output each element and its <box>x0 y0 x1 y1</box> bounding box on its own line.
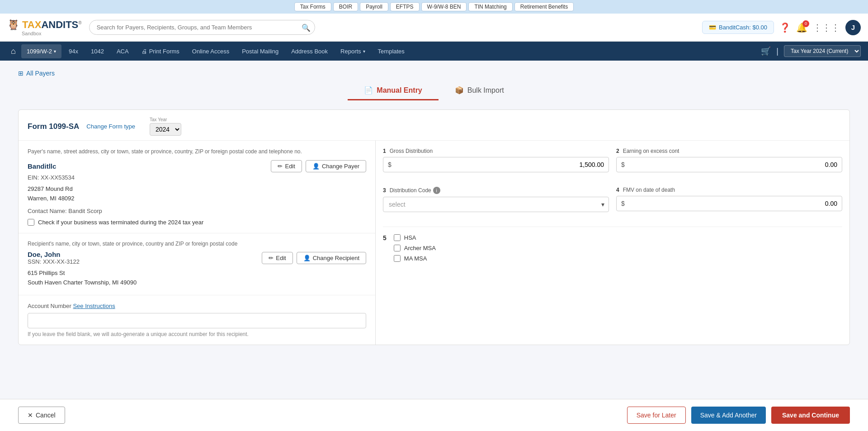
recipient-edit-button[interactable]: ✏ Edit <box>262 252 292 264</box>
tax-year-field-label: Tax Year <box>150 117 181 122</box>
w9-banner-btn[interactable]: W-9/W-8 BEN <box>421 2 467 11</box>
bandit-cash-display: 💳 BanditCash: $0.00 <box>702 21 774 34</box>
form-card: Form 1099-SA Change Form type Tax Year 2… <box>18 109 850 345</box>
logo-owl-icon: 🦉 <box>7 19 19 31</box>
logo-andits-part: ANDITS <box>41 19 78 30</box>
nav-item-online-access[interactable]: Online Access <box>187 44 235 58</box>
payer-btn-group: ✏ Edit 👤 Change Payer <box>271 160 366 172</box>
nav-label-postal-mailing: Postal Mailing <box>242 48 278 55</box>
form-header: Form 1099-SA Change Form type Tax Year 2… <box>19 110 849 141</box>
tax-year-field-select[interactable]: 2024 <box>150 123 181 136</box>
nav-label-online-access: Online Access <box>192 48 229 55</box>
nav-label-reports: Reports <box>340 48 361 55</box>
termination-checkbox[interactable] <box>28 219 34 226</box>
reports-chevron-icon: ▾ <box>363 49 365 54</box>
logo-tax-part: TAX <box>22 19 41 30</box>
gross-distribution-input-wrap: $ <box>383 157 609 172</box>
distribution-code-select[interactable]: select <box>383 197 609 212</box>
cart-icon[interactable]: 🛒 <box>761 46 771 56</box>
earning-excess-label: 2 Earning on excess cont <box>616 148 842 154</box>
manual-entry-icon: 📄 <box>364 86 373 95</box>
boir-banner-btn[interactable]: BOIR <box>333 2 358 11</box>
fmv-input-wrap: $ <box>616 196 842 211</box>
recipient-name: Doe, John <box>28 251 80 258</box>
nav-item-1042[interactable]: 1042 <box>85 44 109 58</box>
top-banner: Tax Forms BOIR Payroll EFTPS W-9/W-8 BEN… <box>0 0 868 14</box>
nav-item-templates[interactable]: Templates <box>373 44 410 58</box>
recipient-edit-icon: ✏ <box>269 255 274 261</box>
retirement-banner-btn[interactable]: Retirement Benefits <box>514 2 574 11</box>
ma-msa-checkbox[interactable] <box>394 255 401 262</box>
logo-area: 🦉 TAXANDITS® Sandbox <box>7 19 82 36</box>
fields-grid: 1 Gross Distribution $ 2 Earning on exce… <box>383 148 842 219</box>
recipient-header-text: Recipient's name, city or town, state or… <box>28 241 366 247</box>
header-right: 💳 BanditCash: $0.00 ❓ 🔔 0 ⋮⋮⋮ J <box>702 20 861 35</box>
payer-edit-button[interactable]: ✏ Edit <box>271 160 302 172</box>
home-nav-button[interactable]: ⌂ <box>7 45 19 58</box>
notification-badge: 0 <box>802 20 809 27</box>
earning-excess-field: 2 Earning on excess cont $ <box>616 148 842 172</box>
contact-label: Contact Name: <box>28 208 67 214</box>
notifications-button[interactable]: 🔔 0 <box>796 22 807 33</box>
distribution-code-info-icon[interactable]: i <box>433 187 440 194</box>
recipient-section: Recipient's name, city or town, state or… <box>19 233 375 295</box>
section5: 5 HSA Archer MSA <box>383 234 842 265</box>
printer-icon: 🖨 <box>142 48 147 55</box>
nav-item-address-book[interactable]: Address Book <box>286 44 333 58</box>
grid-icon: ⊞ <box>18 70 24 77</box>
recipient-address1: 615 Phillips St <box>28 269 366 278</box>
gross-distribution-field: 1 Gross Distribution $ <box>383 148 609 172</box>
form-title: Form 1099-SA <box>28 122 79 131</box>
account-section: Account Number See Instructions If you l… <box>19 295 375 345</box>
search-button[interactable]: 🔍 <box>302 23 311 32</box>
termination-checkbox-row: Check if your business was terminated du… <box>28 219 366 226</box>
tin-matching-banner-btn[interactable]: TIN Matching <box>468 2 512 11</box>
hsa-checkbox[interactable] <box>394 234 401 241</box>
form-right-panel: 1 Gross Distribution $ 2 Earning on exce… <box>376 141 849 345</box>
nav-item-1099w2[interactable]: 1099/W-2 ▾ <box>21 44 61 58</box>
nav-item-postal-mailing[interactable]: Postal Mailing <box>236 44 284 58</box>
field-number-4: 4 <box>616 187 619 193</box>
search-input[interactable] <box>89 20 315 35</box>
payroll-banner-btn[interactable]: Payroll <box>360 2 388 11</box>
nav-label-1042: 1042 <box>91 48 104 55</box>
nav-item-94x[interactable]: 94x <box>63 44 84 58</box>
tax-forms-banner-btn[interactable]: Tax Forms <box>294 2 331 11</box>
edit-icon: ✏ <box>278 163 283 170</box>
recipient-btn-group: ✏ Edit 👤 Change Recipient <box>262 252 366 264</box>
avatar[interactable]: J <box>845 20 861 35</box>
earning-excess-input[interactable] <box>627 157 837 172</box>
tab-bulk-import[interactable]: 📦 Bulk Import <box>439 81 520 100</box>
nav-right-area: 🛒 | Tax Year 2024 (Current) <box>761 45 861 57</box>
nav-item-print-forms[interactable]: 🖨 Print Forms <box>136 44 185 58</box>
nav-label-1099w2: 1099/W-2 <box>27 48 52 55</box>
nav-label-94x: 94x <box>69 48 78 55</box>
see-instructions-link[interactable]: See Instructions <box>73 303 115 309</box>
apps-button[interactable]: ⋮⋮⋮ <box>813 22 840 33</box>
hsa-checkbox-item: HSA <box>394 234 436 241</box>
archer-msa-checkbox[interactable] <box>394 245 401 251</box>
tab-manual-entry[interactable]: 📄 Manual Entry <box>348 81 438 100</box>
nav-item-aca[interactable]: ACA <box>111 44 134 58</box>
change-payer-button[interactable]: 👤 Change Payer <box>306 160 366 172</box>
account-number-input[interactable] <box>28 313 366 328</box>
fmv-input[interactable] <box>627 196 837 211</box>
help-button[interactable]: ❓ <box>779 22 791 33</box>
gross-distribution-input[interactable] <box>394 157 604 172</box>
all-payers-link[interactable]: ⊞ All Payers <box>18 70 55 77</box>
account-hint: If you leave the field blank, we will au… <box>28 331 366 337</box>
gross-distribution-label: 1 Gross Distribution <box>383 148 609 154</box>
bulk-import-icon: 📦 <box>455 86 464 95</box>
change-form-type-link[interactable]: Change Form type <box>86 123 135 130</box>
hsa-label: HSA <box>404 234 416 241</box>
ma-msa-label: MA MSA <box>404 255 427 262</box>
tax-year-nav-select[interactable]: Tax Year 2024 (Current) <box>784 45 861 57</box>
nav-item-reports[interactable]: Reports ▾ <box>335 44 371 58</box>
change-recipient-button[interactable]: 👤 Change Recipient <box>297 252 366 264</box>
divider <box>383 227 842 227</box>
eftps-banner-btn[interactable]: EFTPS <box>390 2 420 11</box>
logo-text: TAXANDITS® <box>22 19 82 31</box>
dollar-symbol-4: $ <box>621 200 625 207</box>
breadcrumb: ⊞ All Payers <box>18 70 850 77</box>
recipient-edit-label: Edit <box>276 255 286 261</box>
